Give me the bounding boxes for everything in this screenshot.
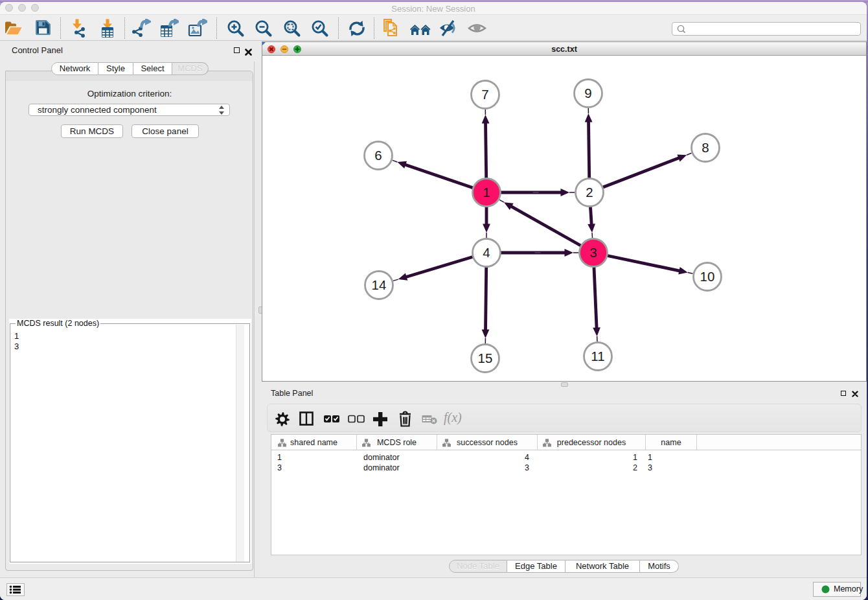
svg-text:11: 11 (591, 349, 604, 363)
svg-text:4: 4 (483, 245, 490, 260)
svg-text:7: 7 (481, 87, 488, 102)
svg-text:15: 15 (478, 351, 493, 365)
svg-text:1: 1 (483, 185, 490, 200)
svg-text:10: 10 (700, 269, 715, 284)
svg-text:8: 8 (702, 140, 709, 155)
svg-text:9: 9 (584, 86, 591, 100)
svg-text:3: 3 (589, 245, 597, 260)
svg-text:6: 6 (374, 148, 382, 163)
svg-text:2: 2 (586, 185, 593, 200)
svg-text:14: 14 (372, 277, 387, 292)
